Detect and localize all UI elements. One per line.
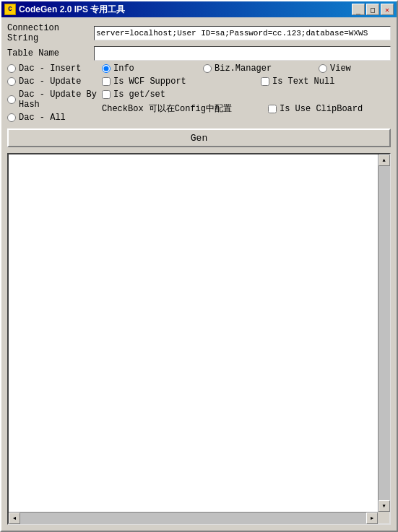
dac-insert-label: Dac - Insert <box>19 64 81 74</box>
scrollbar-corner <box>378 512 389 523</box>
dac-update-label: Dac - Update <box>19 77 81 87</box>
scroll-up-button[interactable]: ▲ <box>378 154 390 166</box>
window-title: CodeGen 2.0 IPS 专用工具 <box>19 4 125 16</box>
is-use-clipboard-label: Is Use ClipBoard <box>280 104 363 114</box>
info-label: Info <box>113 64 134 74</box>
right-options: Info Biz.Manager View Is WCF Su <box>102 64 391 123</box>
view-option[interactable]: View <box>319 64 391 74</box>
is-wcf-support-label: Is WCF Support <box>113 77 186 87</box>
is-text-null-checkbox[interactable] <box>261 77 269 86</box>
view-radio[interactable] <box>319 64 327 73</box>
is-use-clipboard-checkbox[interactable] <box>268 105 277 113</box>
maximize-button[interactable]: □ <box>366 4 379 15</box>
scroll-left-button[interactable]: ◄ <box>9 513 20 524</box>
table-name-input[interactable] <box>94 46 391 61</box>
is-get-set-checkbox[interactable] <box>102 90 111 99</box>
close-button[interactable]: ✕ <box>381 4 394 15</box>
dac-all-radio[interactable] <box>7 113 16 122</box>
is-wcf-support-checkbox[interactable] <box>102 77 111 86</box>
type-radio-row: Info Biz.Manager View <box>102 64 391 74</box>
scroll-track-y[interactable] <box>378 166 390 500</box>
biz-manager-label: Biz.Manager <box>215 64 272 74</box>
horizontal-scrollbar[interactable]: ◄ ► <box>9 512 378 523</box>
dac-update-by-hash-option[interactable]: Dac - Update By Hash <box>7 90 102 110</box>
dac-insert-radio[interactable] <box>7 64 16 73</box>
info-radio[interactable] <box>102 64 111 73</box>
scroll-right-button[interactable]: ► <box>366 513 378 524</box>
is-text-null-option[interactable]: Is Text Null <box>261 77 391 87</box>
connection-string-label: Connection String <box>7 23 94 43</box>
is-get-set-label: Is get/set <box>113 90 165 100</box>
is-get-set-option[interactable]: Is get/set <box>102 90 203 100</box>
clipboard-row: CheckBox 可以在Config中配置 Is Use ClipBoard <box>102 103 391 115</box>
titlebar-buttons: _ □ ✕ <box>352 4 394 15</box>
dac-update-option[interactable]: Dac - Update <box>7 77 102 87</box>
connection-string-input[interactable] <box>94 26 391 40</box>
checkbox-note: CheckBox 可以在Config中配置 <box>102 103 261 115</box>
biz-manager-option[interactable]: Biz.Manager <box>203 64 319 74</box>
is-use-clipboard-option[interactable]: Is Use ClipBoard <box>268 104 363 114</box>
dac-insert-option[interactable]: Dac - Insert <box>7 64 102 74</box>
dac-update-radio[interactable] <box>7 77 16 86</box>
connection-string-row: Connection String <box>7 23 391 43</box>
dac-all-label: Dac - All <box>19 113 66 123</box>
gen-button[interactable]: Gen <box>7 128 391 147</box>
scroll-down-button[interactable]: ▼ <box>378 500 390 512</box>
titlebar: C CodeGen 2.0 IPS 专用工具 _ □ ✕ <box>1 1 397 17</box>
is-text-null-label: Is Text Null <box>272 77 334 87</box>
dac-all-option[interactable]: Dac - All <box>7 113 102 123</box>
wcf-textnull-row: Is WCF Support Is Text Null <box>102 77 391 87</box>
info-option[interactable]: Info <box>102 64 203 74</box>
gen-section: Gen <box>7 128 391 147</box>
app-icon: C <box>4 4 16 15</box>
output-section: ▲ ▼ ◄ ► <box>7 153 391 525</box>
titlebar-left: C CodeGen 2.0 IPS 专用工具 <box>4 4 125 16</box>
options-area: Dac - Insert Dac - Update Dac - Update B… <box>7 64 391 123</box>
getset-row: Is get/set <box>102 90 391 100</box>
scroll-track-x[interactable] <box>20 513 366 524</box>
table-name-row: Table Name <box>7 46 391 61</box>
main-window: C CodeGen 2.0 IPS 专用工具 _ □ ✕ Connection … <box>0 0 398 532</box>
dac-radio-group: Dac - Insert Dac - Update Dac - Update B… <box>7 64 102 123</box>
output-textarea[interactable] <box>9 154 378 523</box>
view-label: View <box>330 64 351 74</box>
dac-update-by-hash-radio[interactable] <box>7 95 16 104</box>
dac-update-by-hash-label: Dac - Update By Hash <box>19 90 102 110</box>
vertical-scrollbar[interactable]: ▲ ▼ <box>378 154 389 512</box>
is-wcf-support-option[interactable]: Is WCF Support <box>102 77 203 87</box>
minimize-button[interactable]: _ <box>352 4 365 15</box>
biz-manager-radio[interactable] <box>203 64 212 73</box>
content-area: Connection String Table Name Dac - Inser… <box>1 17 397 531</box>
table-name-label: Table Name <box>7 48 94 58</box>
